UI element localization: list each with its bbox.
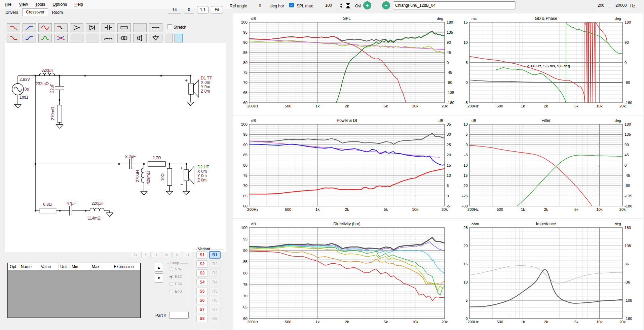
one-to-one-button[interactable]: 1:1: [197, 6, 209, 13]
l3-value: 220µH: [91, 201, 104, 206]
snap-option-e48[interactable]: E48: [169, 289, 189, 293]
grid-size-button[interactable]: 14: [168, 6, 181, 14]
svg-text:-10: -10: [462, 163, 468, 167]
chart-power-di[interactable]: 606570758085909510035302520151050-5200Hz…: [233, 116, 457, 218]
menu-options[interactable]: Options: [52, 2, 67, 7]
overlay-add-button[interactable]: +: [363, 1, 371, 9]
move-up-button[interactable]: ▲: [155, 263, 163, 272]
text-tool-button[interactable]: [165, 34, 173, 42]
col-header-unit[interactable]: Unit: [59, 263, 70, 270]
chart-impedance[interactable]: 051015202518010836-36-108-180200Hz5001k2…: [457, 219, 643, 330]
inductor-icon[interactable]: [102, 34, 115, 42]
variant-s5-button[interactable]: S5: [196, 288, 208, 295]
wire-icon[interactable]: [149, 23, 162, 32]
speaker-icon[interactable]: [133, 34, 147, 42]
fit-button[interactable]: Fit: [211, 6, 223, 13]
tab-drivers[interactable]: Drivers: [2, 9, 22, 16]
variant-r5-button[interactable]: R5: [209, 288, 221, 295]
overlay-remove-button[interactable]: −: [382, 1, 390, 9]
svg-text:10: 10: [447, 173, 451, 177]
variant-s4-button[interactable]: S4: [196, 278, 208, 286]
buffer-icon[interactable]: [70, 23, 83, 32]
menu-tools[interactable]: Tools: [35, 2, 45, 7]
freq-max-input[interactable]: [612, 2, 630, 9]
spl-max-spinner[interactable]: ▲▼: [338, 2, 344, 9]
part-number-input[interactable]: [169, 312, 189, 319]
spl-max-input[interactable]: [319, 2, 338, 9]
col-header-opt[interactable]: Opt: [8, 263, 19, 270]
autoscale-icon[interactable]: [345, 2, 351, 9]
variant-s7-button[interactable]: S7: [196, 306, 208, 313]
capacitor-icon[interactable]: [102, 23, 115, 32]
highshelf-icon[interactable]: [23, 34, 36, 42]
zero-button[interactable]: 0: [184, 6, 194, 14]
snap-option-e12[interactable]: E12: [169, 274, 189, 278]
variant-r1-button[interactable]: R1: [209, 251, 221, 259]
svg-text:500: 500: [497, 207, 503, 211]
svg-text:-20: -20: [462, 184, 468, 188]
tab-room[interactable]: Room: [48, 9, 67, 16]
stretch-checkbox[interactable]: [167, 24, 172, 29]
resistor-icon[interactable]: [117, 23, 131, 32]
delete-tool-button[interactable]: [175, 34, 183, 42]
svg-text:95: 95: [243, 30, 248, 34]
lowpass-icon[interactable]: [7, 23, 20, 32]
mini-button-r[interactable]: R: [173, 252, 182, 258]
crossover-icon[interactable]: [54, 34, 68, 42]
variant-r4-button[interactable]: R4: [209, 278, 221, 286]
mini-button-o[interactable]: O: [131, 252, 140, 258]
ground-icon[interactable]: [149, 34, 162, 42]
schematic-canvas[interactable]: + − + − 2,83V 0s 1mΩ 820µH 232mΩ 22µF 27…: [5, 43, 226, 252]
variant-r2-button[interactable]: R2: [209, 260, 221, 268]
menu-view[interactable]: View: [19, 2, 28, 7]
project-name-input[interactable]: [393, 1, 516, 9]
snap-option-5[interactable]: 5 %: [169, 267, 189, 271]
transformer-icon[interactable]: [117, 34, 131, 42]
menu-help[interactable]: Help: [74, 2, 83, 7]
variant-s8-button[interactable]: S8: [196, 315, 208, 322]
parameter-table[interactable]: OptNameValueUnitMinMaxExpression: [7, 263, 141, 318]
variant-r7-button[interactable]: R7: [209, 306, 221, 313]
snap-option-e24[interactable]: E24: [169, 282, 189, 286]
chart-filter[interactable]: -30-25-20-15-10-5051018013590450-45-90-1…: [457, 116, 643, 218]
mini-button-m[interactable]: M: [162, 252, 172, 258]
mini-button-h[interactable]: H: [183, 252, 192, 258]
svg-text:-180: -180: [624, 317, 632, 321]
gf-button[interactable]: [86, 34, 99, 42]
shelf-icon[interactable]: [54, 23, 68, 32]
tab-crossover[interactable]: Crossover: [22, 8, 48, 16]
variant-s3-button[interactable]: S3: [196, 269, 208, 277]
col-header-expression[interactable]: Expression: [112, 263, 140, 270]
variant-r8-button[interactable]: R8: [209, 315, 221, 322]
variant-s2-button[interactable]: S2: [196, 260, 208, 268]
lib-button[interactable]: [133, 23, 147, 32]
biq-button[interactable]: [70, 34, 83, 42]
svg-text:15: 15: [447, 163, 451, 167]
menu-file[interactable]: File: [5, 2, 11, 7]
chart-gd-phase[interactable]: -5051015180900-90-180200Hz5001k2k5k10k20…: [457, 13, 643, 115]
col-header-value[interactable]: Value: [39, 263, 59, 270]
variant-s1-button[interactable]: S1: [196, 251, 208, 259]
lowshelf-icon[interactable]: [7, 34, 20, 42]
col-header-max[interactable]: Max: [90, 263, 112, 270]
spl-max-checkbox[interactable]: ✓: [289, 3, 294, 7]
chart-directivity[interactable]: 6065707580859095100200Hz5001k2k5k10k20kd…: [233, 219, 457, 330]
ref-angle-input[interactable]: [252, 2, 268, 9]
peak-icon[interactable]: [38, 34, 52, 42]
freq-min-input[interactable]: [593, 2, 609, 9]
svg-text:Power & DI: Power & DI: [337, 118, 357, 123]
variant-s6-button[interactable]: S6: [196, 297, 208, 304]
col-header-name[interactable]: Name: [19, 263, 39, 270]
svg-text:dB: dB: [251, 119, 256, 123]
highpass-icon[interactable]: [23, 23, 36, 32]
bandpass-icon[interactable]: [38, 23, 52, 32]
svg-text:10: 10: [463, 122, 468, 126]
variant-r6-button[interactable]: R6: [209, 297, 221, 304]
opamp-icon[interactable]: [86, 23, 99, 32]
col-header-min[interactable]: Min: [70, 263, 90, 270]
variant-r3-button[interactable]: R3: [209, 269, 221, 277]
move-down-button[interactable]: ▼: [155, 273, 163, 283]
mini-button-i[interactable]: I: [152, 252, 161, 258]
mini-button-s[interactable]: S: [141, 252, 151, 258]
chart-spl[interactable]: 606570758085909510018013590450-45-90-135…: [233, 13, 457, 115]
